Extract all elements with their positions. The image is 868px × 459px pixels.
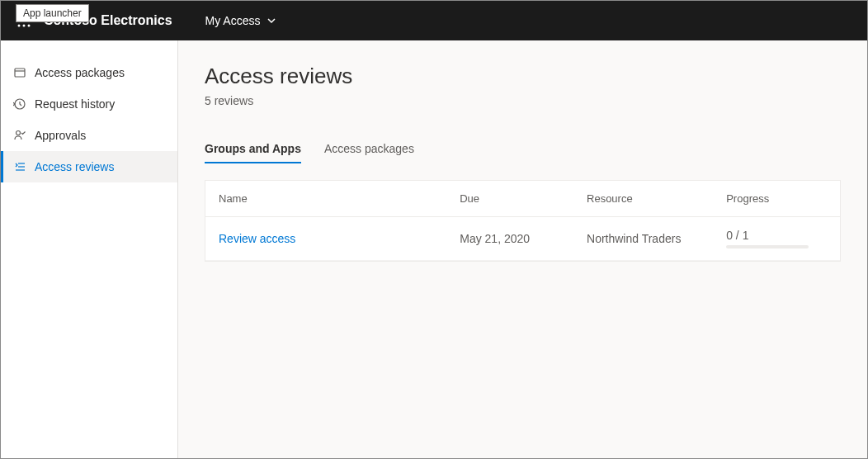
package-icon <box>13 66 26 79</box>
review-due: May 21, 2020 <box>446 217 573 261</box>
svg-point-7 <box>23 25 26 27</box>
sidebar-item-label: Access packages <box>35 66 125 79</box>
review-name-link[interactable]: Review access <box>219 232 295 245</box>
review-progress: 0 / 1 <box>713 217 840 261</box>
sidebar-item-access-packages[interactable]: Access packages <box>1 57 177 88</box>
sidebar-item-label: Request history <box>35 97 115 111</box>
app-header: App launcher Contoso Electronics My Acce… <box>1 1 867 40</box>
svg-point-8 <box>28 25 31 27</box>
sidebar-item-approvals[interactable]: Approvals <box>1 120 177 151</box>
tabs: Groups and Apps Access packages <box>205 135 841 163</box>
column-header-due[interactable]: Due <box>446 181 573 217</box>
reviews-table: Name Due Resource Progress Review access… <box>205 181 840 261</box>
progress-text: 0 / 1 <box>726 229 748 242</box>
chevron-down-icon <box>267 16 276 26</box>
sidebar-item-request-history[interactable]: Request history <box>1 88 177 120</box>
sidebar: Access packages Request history Approval… <box>1 40 178 458</box>
svg-point-12 <box>17 131 21 135</box>
sidebar-item-label: Access reviews <box>35 160 114 173</box>
column-header-name[interactable]: Name <box>205 181 446 217</box>
page-subtitle: 5 reviews <box>205 94 841 107</box>
review-resource: Northwind Traders <box>573 217 713 261</box>
content-area: Access reviews 5 reviews Groups and Apps… <box>178 40 867 458</box>
approvals-icon <box>13 129 26 142</box>
myaccess-dropdown[interactable]: My Access <box>205 14 277 27</box>
reviews-icon <box>13 160 26 173</box>
table-row[interactable]: Review access May 21, 2020 Northwind Tra… <box>205 217 840 261</box>
myaccess-label: My Access <box>205 14 261 27</box>
tab-groups-and-apps[interactable]: Groups and Apps <box>205 135 301 163</box>
sidebar-item-access-reviews[interactable]: Access reviews <box>1 151 177 182</box>
tab-access-packages[interactable]: Access packages <box>324 135 414 163</box>
column-header-progress[interactable]: Progress <box>713 181 840 217</box>
svg-rect-9 <box>15 69 25 77</box>
svg-point-6 <box>18 25 21 27</box>
page-title: Access reviews <box>205 64 841 89</box>
sidebar-item-label: Approvals <box>35 129 86 142</box>
progress-bar <box>726 245 809 248</box>
column-header-resource[interactable]: Resource <box>573 181 713 217</box>
app-launcher-tooltip: App launcher <box>16 4 89 22</box>
history-icon <box>13 97 26 111</box>
reviews-table-card: Name Due Resource Progress Review access… <box>205 180 841 262</box>
